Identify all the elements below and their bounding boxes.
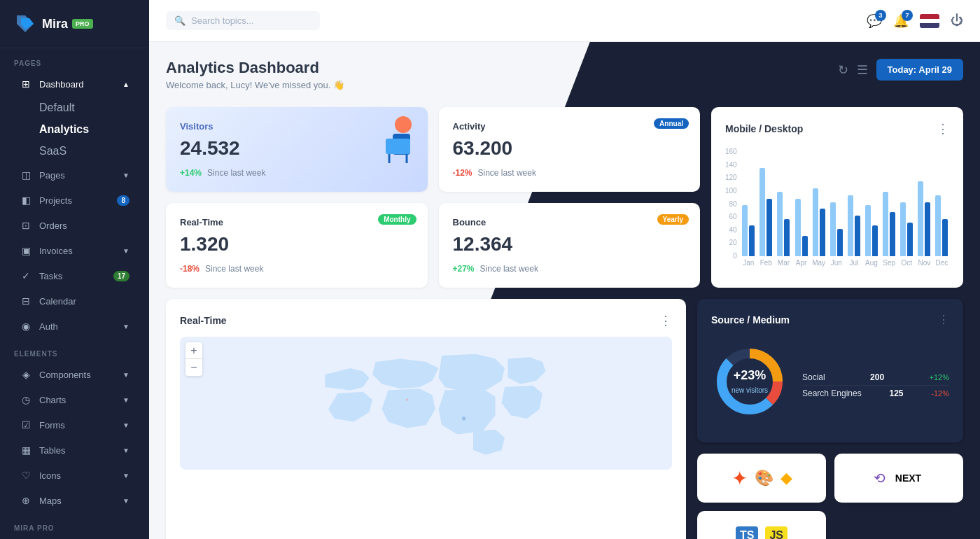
realtime-footer: -18% Since last week xyxy=(180,264,414,274)
sidebar-item-charts[interactable]: ◷ Charts ▼ xyxy=(6,388,144,412)
search-bar[interactable]: 🔍 Search topics... xyxy=(166,11,320,30)
map-title: Real-Time xyxy=(180,315,227,326)
social-value: 200 xyxy=(870,372,884,382)
mobile-bar-4 xyxy=(820,209,825,256)
sidebar-item-maps[interactable]: ⊕ Maps ▼ xyxy=(6,489,144,512)
sidebar-item-forms[interactable]: ☑ Forms ▼ xyxy=(6,413,144,437)
sketch-icon: ◆ xyxy=(780,469,792,487)
pages-chevron: ▼ xyxy=(122,172,130,179)
sidebar-item-saas[interactable]: SaaS xyxy=(39,141,144,162)
forms-icon: ☑ xyxy=(20,419,32,431)
power-button[interactable]: ⏻ xyxy=(951,13,963,28)
sidebar-item-orders[interactable]: ⊡ Orders xyxy=(6,214,144,237)
desktop-bar-3 xyxy=(795,199,801,256)
figma-logo: 🎨 xyxy=(755,469,774,487)
javascript-icon: JS xyxy=(765,526,788,539)
source-more-icon[interactable]: ⋮ xyxy=(938,313,949,326)
bar-group-nov xyxy=(917,148,932,256)
world-map: + − xyxy=(180,337,672,470)
bar-group-oct xyxy=(899,148,914,256)
bar-label-sep: Sep xyxy=(882,259,897,267)
bar-chart xyxy=(741,148,949,256)
bar-group-apr xyxy=(794,148,808,256)
forms-label: Forms xyxy=(39,420,65,430)
visitors-delta: +14% xyxy=(180,168,202,178)
logo-area[interactable]: Mira PRO xyxy=(0,0,149,48)
components-icon: ◈ xyxy=(20,368,32,381)
tables-icon: ▦ xyxy=(20,444,32,456)
sidebar-item-projects[interactable]: ◧ Projects 8 xyxy=(6,188,144,212)
dashboard-chevron: ▲ xyxy=(122,80,130,88)
maps-label: Maps xyxy=(39,496,62,506)
calendar-icon: ⊟ xyxy=(20,295,32,307)
realtime-value: 1.320 xyxy=(180,233,414,255)
source-content: +23% new visitors Social 200 +12% xyxy=(711,335,949,428)
bounce-card: Yearly Bounce 12.364 +27% Since last wee… xyxy=(439,203,701,288)
bar-label-nov: Nov xyxy=(917,259,932,267)
desktop-bar-5 xyxy=(830,202,836,257)
sidebar-item-default[interactable]: Default xyxy=(39,97,144,118)
donut-percent: +23% xyxy=(732,368,768,383)
desktop-bar-0 xyxy=(742,205,748,256)
chart-area: 160140120100 806040200 JanFebMarAprMayJu… xyxy=(725,148,949,267)
desktop-bar-11 xyxy=(935,195,941,256)
chart-more-icon[interactable]: ⋮ xyxy=(937,121,949,136)
tech-logos-grid: ✦ 🎨 ◆ ⟲ NEXT TS JS xyxy=(697,454,963,539)
sidebar-item-analytics[interactable]: Analytics xyxy=(39,119,144,140)
mobile-bar-5 xyxy=(837,229,843,256)
bounce-since: Since last week xyxy=(480,264,538,274)
bar-group-sep xyxy=(882,148,897,256)
activity-footer: -12% Since last week xyxy=(453,168,687,178)
logo-icon xyxy=(14,13,36,35)
activity-badge: Annual xyxy=(654,118,689,129)
bounce-label: Bounce xyxy=(453,217,687,227)
svg-rect-2 xyxy=(386,139,410,154)
search-placeholder: Search topics... xyxy=(191,15,254,26)
map-more-icon[interactable]: ⋮ xyxy=(659,313,672,328)
mobile-bar-0 xyxy=(749,225,755,256)
sidebar-item-dashboard[interactable]: ⊞ Dashboard ▲ xyxy=(6,72,144,96)
bar-group-jul xyxy=(846,148,861,256)
refresh-button[interactable]: ↻ xyxy=(838,62,848,78)
sidebar-item-icons[interactable]: ♡ Icons ▼ xyxy=(6,463,144,487)
sidebar-item-tables[interactable]: ▦ Tables ▼ xyxy=(6,438,144,462)
sidebar-item-calendar[interactable]: ⊟ Calendar xyxy=(6,289,144,313)
sidebar-item-pages[interactable]: ◫ Pages ▼ xyxy=(6,163,144,187)
bar-label-dec: Dec xyxy=(934,259,949,267)
sidebar-item-invoices[interactable]: ▣ Invoices ▼ xyxy=(6,239,144,262)
sidebar-item-tasks[interactable]: ✓ Tasks 17 xyxy=(6,264,144,288)
donut-chart: +23% new visitors xyxy=(711,343,788,420)
sidebar-item-components[interactable]: ◈ Components ▼ xyxy=(6,363,144,386)
donut-center: +23% new visitors xyxy=(732,368,768,396)
date-button[interactable]: Today: April 29 xyxy=(876,59,963,80)
tables-chevron: ▼ xyxy=(122,447,130,454)
y-axis: 160140120100 806040200 xyxy=(725,148,737,260)
bell-button[interactable]: 🔔 7 xyxy=(893,13,909,29)
mobile-bar-11 xyxy=(942,219,948,256)
social-delta: +12% xyxy=(930,373,949,382)
projects-icon: ◧ xyxy=(20,194,32,206)
map-svg xyxy=(180,337,672,463)
sidebar-item-auth[interactable]: ◉ Auth ▼ xyxy=(6,314,144,338)
main-content: Analytics Dashboard Welcome back, Lucy! … xyxy=(149,42,980,539)
realtime-card: Monthly Real-Time 1.320 -18% Since last … xyxy=(166,203,428,288)
mobile-bar-6 xyxy=(855,216,860,256)
typescript-icon: TS xyxy=(736,526,758,539)
mobile-bar-8 xyxy=(890,212,895,256)
bell-badge: 7 xyxy=(902,10,913,21)
donut-label: new visitors xyxy=(732,386,768,394)
language-flag[interactable] xyxy=(920,14,939,28)
notifications-button[interactable]: 💬 3 xyxy=(867,13,882,29)
desktop-bar-1 xyxy=(760,168,765,256)
mirapro-section-label: MIRA PRO xyxy=(0,513,149,536)
desktop-bar-4 xyxy=(813,188,818,256)
bar-group-aug xyxy=(864,148,878,256)
charts-label: Charts xyxy=(39,395,66,405)
source-title: Source / Medium xyxy=(711,314,790,326)
icons-label: Icons xyxy=(39,470,61,481)
maps-icon: ⊕ xyxy=(20,494,32,507)
filter-button[interactable]: ☰ xyxy=(857,62,868,78)
chat-badge: 3 xyxy=(875,10,886,21)
activity-delta: -12% xyxy=(453,168,472,178)
invoices-label: Invoices xyxy=(39,246,73,256)
